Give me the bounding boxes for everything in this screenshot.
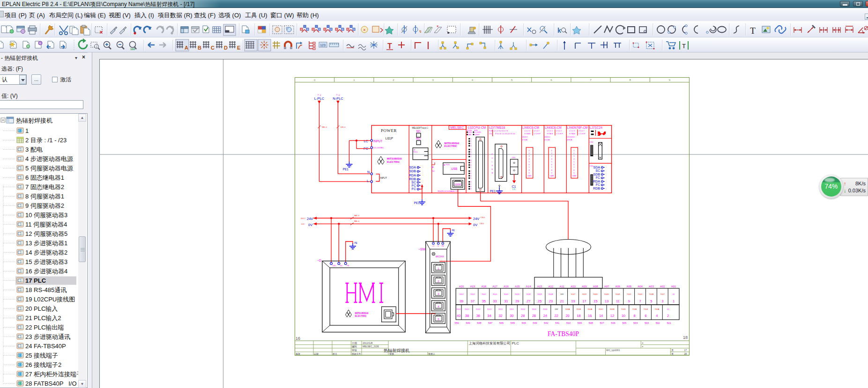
- svg-text:1: 1: [471, 167, 472, 168]
- svg-text:SEL.0: SEL.0: [354, 220, 360, 222]
- svg-text:4/8mA: 4/8mA: [567, 139, 572, 141]
- svg-text:FC: FC: [412, 187, 416, 190]
- svg-text:ERR: ERR: [468, 132, 472, 133]
- svg-text:0: 0: [471, 164, 472, 166]
- svg-text:▶: ▶: [432, 166, 434, 168]
- svg-text:RDA: RDA: [593, 180, 600, 183]
- svg-text:4: 4: [438, 305, 439, 308]
- svg-text:9 10 11 12 13 14 15 16: 9 10 11 12 13 14 15 16: [495, 132, 515, 135]
- svg-text:X002: X002: [482, 293, 486, 295]
- svg-text:X000: X000: [493, 293, 497, 295]
- svg-text:7: 7: [551, 166, 552, 168]
- svg-text:508: 508: [589, 322, 593, 324]
- svg-text:SEL.0: SEL.0: [354, 214, 360, 217]
- svg-text:LEL.0: LEL.0: [341, 126, 346, 128]
- svg-text:1: 1: [673, 299, 675, 303]
- svg-text:0V: 0V: [667, 308, 669, 310]
- svg-text:CVL: CVL: [489, 133, 492, 135]
- svg-text:5: 5: [650, 299, 652, 303]
- svg-text:ELECTRIC: ELECTRIC: [445, 145, 458, 147]
- svg-text:X00A: X00A: [587, 308, 592, 310]
- svg-text:100-240VAC: 100-240VAC: [373, 146, 384, 149]
- svg-text:~D: ~D: [317, 259, 321, 262]
- svg-text:29: 29: [515, 299, 519, 303]
- svg-text:4: 4: [573, 158, 575, 160]
- svg-text:546: 546: [499, 322, 504, 324]
- svg-text:7: 7: [590, 79, 592, 81]
- svg-text:0 1 2 3: 0 1 2 3: [569, 130, 575, 132]
- svg-text:28: 28: [684, 352, 687, 355]
- svg-text:7: 7: [573, 166, 575, 168]
- svg-text:Y00E: Y00E: [632, 308, 637, 310]
- svg-text:编制: 编制: [352, 345, 357, 348]
- svg-text:8: 8: [471, 186, 472, 188]
- svg-text:32: 32: [498, 314, 502, 318]
- svg-text:N: N: [367, 170, 370, 174]
- svg-text:503: 503: [645, 322, 649, 324]
- svg-text:2: 2: [471, 143, 472, 145]
- svg-text:X00E: X00E: [610, 308, 615, 310]
- svg-text:MITSUBISHI: MITSUBISHI: [387, 157, 402, 160]
- svg-text:510: 510: [566, 322, 571, 324]
- svg-text:7: 7: [529, 166, 530, 168]
- svg-text:4: 4: [472, 79, 474, 81]
- svg-text:A07: A07: [604, 285, 609, 288]
- svg-text:542: 542: [544, 322, 548, 324]
- svg-text:4: 4: [529, 158, 530, 160]
- svg-text:A20: A20: [459, 285, 464, 288]
- svg-text:日期: 日期: [314, 352, 319, 356]
- svg-text:8 9 A B: 8 9 A B: [569, 132, 575, 135]
- svg-text:6: 6: [573, 163, 575, 166]
- svg-text:9: 9: [628, 299, 630, 303]
- svg-text:5: 5: [438, 318, 439, 321]
- svg-text:PE: PE: [452, 229, 455, 232]
- svg-text:1: 1: [471, 140, 472, 142]
- svg-text:1: 1: [438, 267, 439, 270]
- svg-text:1: 1: [529, 149, 530, 152]
- svg-text:506: 506: [611, 322, 615, 324]
- svg-text:X00D: X00D: [593, 293, 598, 295]
- svg-text:I/O ERR.: I/O ERR.: [475, 132, 482, 133]
- svg-text:A02: A02: [660, 285, 665, 288]
- svg-text:RUN.: RUN.: [474, 130, 478, 132]
- svg-text:SD: SD: [416, 130, 420, 133]
- svg-text:X002: X002: [470, 293, 475, 295]
- svg-text:PLC: PLC: [512, 341, 519, 345]
- svg-text:13: 13: [605, 299, 608, 303]
- svg-text:5: 5: [511, 79, 513, 81]
- svg-text:P: P: [492, 153, 493, 155]
- svg-text:2: 2: [551, 152, 552, 154]
- svg-text:14: 14: [599, 314, 603, 318]
- svg-text:0 1 2 3: 0 1 2 3: [525, 130, 531, 132]
- svg-text:7: 7: [471, 183, 472, 185]
- svg-text:INPUT: INPUT: [373, 139, 383, 143]
- svg-text:548: 548: [477, 322, 481, 324]
- svg-text:PULL: PULL: [414, 151, 418, 153]
- svg-text:X007: X007: [571, 293, 576, 295]
- svg-text:A14: A14: [526, 285, 531, 288]
- svg-text:LC: LC: [364, 139, 368, 143]
- svg-text:5: 5: [551, 161, 552, 163]
- svg-text:L-PLC: L-PLC: [314, 96, 325, 101]
- svg-text:S: S: [492, 164, 493, 167]
- svg-text:16: 16: [296, 336, 300, 341]
- svg-text:SDA: SDA: [594, 166, 601, 169]
- svg-text:505: 505: [622, 322, 626, 324]
- svg-text:Y00B: Y00B: [649, 293, 654, 295]
- svg-text:MOXA: MOXA: [436, 255, 444, 258]
- svg-text:X00C: X00C: [456, 308, 461, 310]
- svg-text:0V: 0V: [308, 223, 312, 227]
- svg-text:A15: A15: [515, 285, 520, 288]
- svg-text:3: 3: [471, 173, 472, 175]
- svg-text:MELSOFT连接口: MELSOFT连接口: [412, 127, 429, 129]
- svg-text:27: 27: [527, 299, 530, 303]
- svg-text:USER: USER: [475, 134, 480, 136]
- svg-text:38: 38: [465, 314, 469, 318]
- svg-text:3: 3: [661, 299, 663, 303]
- svg-text:PE1: PE1: [414, 201, 420, 205]
- svg-text:550: 550: [455, 322, 459, 324]
- svg-text:X008: X008: [526, 293, 531, 295]
- svg-text:9: 9: [471, 188, 472, 190]
- svg-text:RS485-S/100BASE-TX: RS485-S/100BASE-TX: [438, 190, 458, 192]
- svg-text:40: 40: [457, 314, 460, 318]
